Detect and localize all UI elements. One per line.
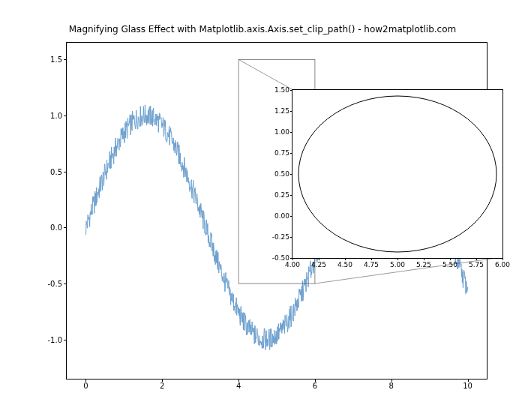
inset-xtick-label: 5.50 [442, 261, 458, 268]
inset-ytick-mark [290, 258, 292, 259]
inset-ytick-mark [290, 195, 292, 196]
ytick-label: 1.5 [32, 56, 62, 64]
inset-xtick-mark [371, 258, 372, 260]
inset-ytick-label: 1.25 [266, 107, 290, 115]
ytick-mark [64, 284, 67, 284]
inset-xtick-label: 4.75 [364, 261, 379, 268]
clip-ellipse-outline [298, 96, 496, 252]
ytick-mark [64, 227, 67, 228]
inset-ytick-mark [290, 174, 292, 175]
inset-ytick-mark [290, 237, 292, 238]
figure: Magnifying Glass Effect with Matplotlib.… [0, 0, 525, 420]
inset-xtick-label: 4.50 [338, 261, 352, 268]
inset-xtick-label: 6.00 [495, 261, 510, 268]
ytick-label: 1.0 [32, 112, 62, 120]
ytick-label: -1.0 [32, 335, 62, 344]
xtick-label: 4 [236, 382, 241, 390]
inset-xtick-mark [476, 258, 477, 260]
ytick-label: -0.5 [32, 280, 62, 288]
inset-xtick-mark [450, 258, 451, 260]
inset-ytick-mark [290, 132, 292, 133]
inset-ytick-label: 0.75 [266, 149, 290, 157]
chart-title: Magnifying Glass Effect with Matplotlib.… [0, 24, 525, 34]
ytick-mark [64, 59, 67, 60]
inset-ytick-label: 0.25 [266, 191, 290, 199]
inset-axes: 4.00 4.25 4.50 4.75 5.00 5.25 5.50 5.75 … [292, 89, 503, 259]
xtick-label: 6 [313, 382, 317, 390]
inset-ytick-mark [290, 111, 292, 112]
xtick-label: 2 [160, 382, 164, 390]
ytick-mark [64, 172, 67, 172]
inset-ytick-label: 1.00 [266, 128, 290, 136]
inset-xtick-label: 5.25 [416, 261, 431, 268]
inset-ytick-mark [290, 90, 292, 91]
inset-xtick-mark [398, 258, 398, 260]
inset-xtick-label: 5.00 [390, 261, 405, 268]
inset-ytick-mark [290, 216, 292, 217]
main-axes: 0 2 4 6 8 10 -1.0 -0.5 0.0 0.5 1.0 1.5 4… [66, 42, 488, 380]
xtick-label: 10 [463, 382, 472, 390]
xtick-label: 0 [83, 382, 88, 390]
inset-xtick-label: 4.25 [311, 261, 326, 268]
ytick-mark [64, 116, 67, 116]
inset-xtick-label: 5.75 [469, 261, 484, 268]
xtick-label: 8 [389, 382, 394, 390]
inset-xtick-mark [502, 258, 503, 260]
inset-xtick-mark [424, 258, 424, 260]
inset-ytick-label: 0.00 [266, 212, 290, 220]
ytick-mark [64, 340, 67, 340]
inset-plot-svg [292, 90, 502, 258]
inset-xtick-mark [319, 258, 320, 260]
inset-ytick-label: 0.50 [266, 170, 290, 178]
inset-xtick-mark [292, 258, 293, 260]
inset-connector [238, 59, 292, 89]
inset-ytick-label: -0.25 [266, 233, 290, 241]
inset-ytick-label: 1.50 [266, 86, 290, 94]
ytick-label: 0.0 [32, 224, 62, 232]
inset-ytick-mark [290, 153, 292, 154]
inset-xtick-mark [345, 258, 346, 260]
inset-ytick-label: -0.50 [266, 254, 290, 262]
ytick-label: 0.5 [32, 167, 62, 176]
inset-xtick-label: 4.00 [285, 261, 300, 268]
